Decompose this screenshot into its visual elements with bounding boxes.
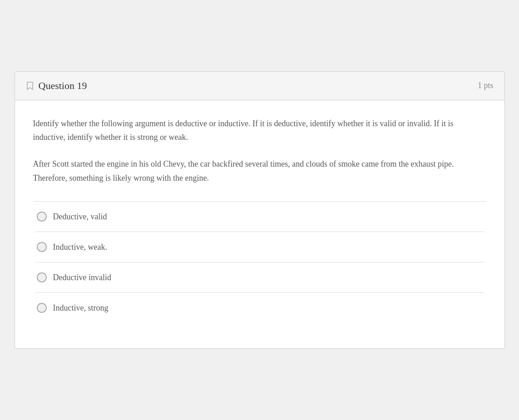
- question-header: Question 19 1 pts: [15, 72, 504, 100]
- answer-label-b: Inductive, weak.: [53, 242, 107, 252]
- question-prompt: Identify whether the following argument …: [33, 117, 486, 144]
- question-body: Identify whether the following argument …: [15, 100, 504, 348]
- answer-option-b[interactable]: Inductive, weak.: [35, 232, 484, 262]
- answer-option-c[interactable]: Deductive invalid: [35, 262, 484, 293]
- answer-label-a: Deductive, valid: [53, 212, 107, 222]
- question-points: 1 pts: [478, 81, 494, 90]
- radio-d[interactable]: [37, 303, 47, 313]
- bookmark-icon: [26, 81, 34, 90]
- question-scenario: After Scott started the engine in his ol…: [33, 157, 486, 185]
- answer-option-a[interactable]: Deductive, valid: [35, 202, 484, 232]
- radio-a[interactable]: [37, 212, 47, 222]
- answer-label-d: Inductive, strong: [53, 303, 109, 313]
- answers-section: Deductive, validInductive, weak.Deductiv…: [33, 202, 486, 332]
- answer-label-c: Deductive invalid: [53, 273, 111, 282]
- answer-option-d[interactable]: Inductive, strong: [35, 293, 484, 323]
- radio-b[interactable]: [37, 242, 47, 252]
- question-title: Question 19: [39, 80, 87, 92]
- question-card: Question 19 1 pts Identify whether the f…: [15, 71, 505, 349]
- radio-c[interactable]: [37, 272, 47, 282]
- header-left: Question 19: [26, 80, 87, 92]
